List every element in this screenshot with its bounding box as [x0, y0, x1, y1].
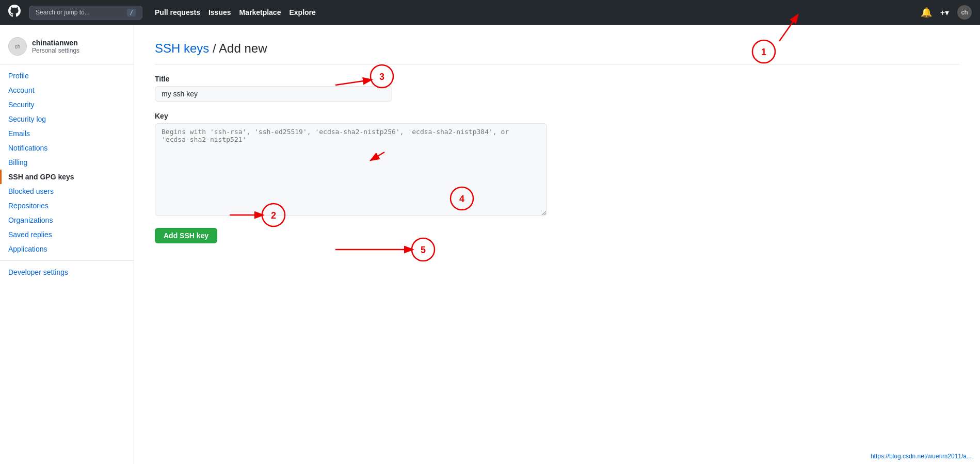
search-placeholder: Search or jump to...	[36, 9, 90, 16]
sidebar-link-repositories[interactable]: Repositories	[0, 198, 134, 213]
nav-right: 🔔 +▾ ch	[921, 5, 972, 20]
sidebar-item-saved-replies[interactable]: Saved replies	[0, 227, 134, 242]
sidebar-link-profile[interactable]: Profile	[0, 69, 134, 83]
nav-issues[interactable]: Issues	[208, 8, 231, 16]
sidebar-link-blocked[interactable]: Blocked users	[0, 184, 134, 198]
sidebar-link-emails[interactable]: Emails	[0, 126, 134, 141]
sidebar-link-organizations[interactable]: Organizations	[0, 213, 134, 227]
key-group: Key	[155, 112, 547, 218]
nav-marketplace[interactable]: Marketplace	[239, 8, 281, 16]
sidebar-link-security[interactable]: Security	[0, 97, 134, 112]
sidebar-link-security-log[interactable]: Security log	[0, 112, 134, 126]
breadcrumb: SSH keys / Add new	[155, 41, 959, 64]
sidebar-item-applications[interactable]: Applications	[0, 242, 134, 256]
breadcrumb-ssh-keys[interactable]: SSH keys	[155, 41, 209, 55]
sidebar-link-account[interactable]: Account	[0, 83, 134, 97]
sidebar-item-organizations[interactable]: Organizations	[0, 213, 134, 227]
page-layout: ch chinatianwen Personal settings Profil…	[0, 25, 980, 464]
sidebar-avatar: ch	[8, 37, 27, 56]
sidebar-item-blocked[interactable]: Blocked users	[0, 184, 134, 198]
sidebar-item-security-log[interactable]: Security log	[0, 112, 134, 126]
sidebar-item-emails[interactable]: Emails	[0, 126, 134, 141]
search-box[interactable]: Search or jump to... /	[29, 6, 142, 20]
sidebar-item-repositories[interactable]: Repositories	[0, 198, 134, 213]
sidebar-link-notifications[interactable]: Notifications	[0, 141, 134, 155]
sidebar-link-ssh-gpg[interactable]: SSH and GPG keys	[0, 170, 134, 184]
footer-link: https://blog.csdn.net/wuenm2011/a...	[871, 453, 972, 460]
sidebar-developer-settings[interactable]: Developer settings	[0, 265, 134, 279]
sidebar-link-applications[interactable]: Applications	[0, 242, 134, 256]
sidebar-link-billing[interactable]: Billing	[0, 155, 134, 170]
nav-pull-requests[interactable]: Pull requests	[155, 8, 200, 16]
sidebar-item-profile[interactable]: Profile	[0, 69, 134, 83]
key-label: Key	[155, 112, 547, 120]
github-logo[interactable]	[8, 5, 21, 20]
nav-links: Pull requests Issues Marketplace Explore	[155, 8, 316, 16]
nav-explore[interactable]: Explore	[289, 8, 315, 16]
sidebar-link-saved-replies[interactable]: Saved replies	[0, 227, 134, 242]
breadcrumb-current: Add new	[219, 41, 267, 55]
breadcrumb-separator: /	[209, 41, 219, 55]
sidebar-item-security[interactable]: Security	[0, 97, 134, 112]
sidebar-item-account[interactable]: Account	[0, 83, 134, 97]
main-content: SSH keys / Add new Title Key Add SSH key	[134, 25, 980, 464]
top-nav: Search or jump to... / Pull requests Iss…	[0, 0, 980, 25]
sidebar-nav: Profile Account Security Security log Em…	[0, 69, 134, 256]
sidebar-user: ch chinatianwen Personal settings	[0, 33, 134, 64]
sidebar-developer-section: Developer settings	[0, 260, 134, 279]
bell-icon[interactable]: 🔔	[921, 7, 932, 18]
sidebar-username: chinatianwen	[32, 39, 79, 47]
sidebar-item-billing[interactable]: Billing	[0, 155, 134, 170]
sidebar: ch chinatianwen Personal settings Profil…	[0, 25, 134, 464]
sidebar-subtitle: Personal settings	[32, 47, 79, 54]
key-textarea[interactable]	[155, 123, 547, 216]
search-kbd: /	[127, 9, 136, 16]
title-input[interactable]	[155, 86, 392, 102]
sidebar-item-notifications[interactable]: Notifications	[0, 141, 134, 155]
sidebar-item-ssh-gpg[interactable]: SSH and GPG keys	[0, 170, 134, 184]
add-ssh-key-button[interactable]: Add SSH key	[155, 228, 217, 243]
title-label: Title	[155, 75, 547, 83]
title-group: Title	[155, 75, 547, 102]
plus-icon[interactable]: +▾	[940, 8, 949, 18]
user-avatar[interactable]: ch	[957, 5, 972, 20]
